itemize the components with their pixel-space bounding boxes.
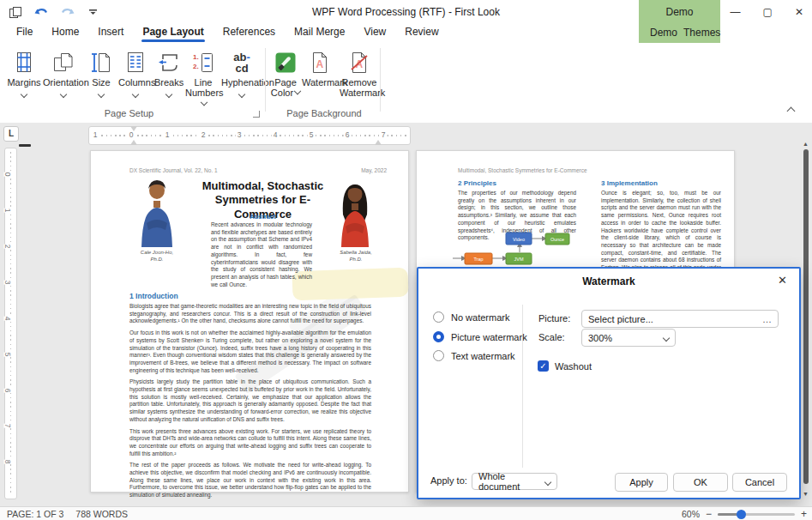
tab-page-layout[interactable]: Page Layout bbox=[133, 24, 213, 42]
body-paragraph[interactable]: Our focus in this work is not on whether… bbox=[129, 330, 371, 374]
size-icon bbox=[91, 51, 111, 74]
apply-button[interactable]: Apply bbox=[615, 473, 668, 492]
ok-button[interactable]: OK bbox=[673, 473, 728, 492]
zoom-in-button[interactable]: + bbox=[801, 508, 807, 520]
radio-no-watermark[interactable]: No watermark bbox=[433, 311, 509, 323]
tab-review[interactable]: Review bbox=[395, 24, 448, 42]
tab-file[interactable]: File bbox=[7, 24, 42, 42]
close-button[interactable]: ✕ bbox=[795, 6, 803, 18]
browse-ellipsis-button[interactable]: … bbox=[762, 314, 772, 324]
zoom-slider-thumb[interactable] bbox=[737, 510, 746, 519]
horizontal-ruler[interactable]: 1 0 1 2 3 4 5 6 7 bbox=[88, 126, 411, 145]
size-button[interactable]: Size bbox=[86, 48, 117, 105]
radio-text-watermark[interactable]: Text watermark bbox=[433, 349, 515, 362]
indent-marker[interactable] bbox=[19, 144, 31, 147]
zoom-slider[interactable] bbox=[718, 513, 795, 516]
group-label-page-background: Page Background bbox=[269, 108, 379, 118]
hanging-indent-marker[interactable] bbox=[130, 140, 137, 145]
watermark-button[interactable]: A Watermark bbox=[302, 48, 338, 105]
chevron-up-icon bbox=[787, 107, 796, 116]
zoom-controls: 60% − + bbox=[682, 508, 807, 520]
diagram-label-ounce: Ounce bbox=[550, 237, 564, 242]
columns-button[interactable]: Columns bbox=[118, 48, 153, 105]
ruler-number: 1 bbox=[92, 130, 99, 139]
body-paragraph[interactable]: This work presents three advances above … bbox=[129, 428, 371, 458]
group-separator bbox=[265, 48, 266, 112]
radio-picture-watermark[interactable]: Picture watermark bbox=[433, 330, 527, 343]
ruler-ticks bbox=[10, 152, 12, 495]
minimize-button[interactable]: — bbox=[731, 6, 741, 18]
zoom-out-button[interactable]: − bbox=[706, 508, 712, 520]
diagram-label-video: Video bbox=[513, 237, 525, 242]
page-setup-dialog-launcher[interactable] bbox=[253, 111, 260, 118]
author-photo-right[interactable] bbox=[334, 180, 376, 247]
remove-watermark-button[interactable]: A Remove Watermark bbox=[340, 48, 379, 105]
section-heading-implementation[interactable]: 3 Implementation bbox=[601, 179, 721, 187]
right-indent-marker[interactable] bbox=[375, 140, 382, 145]
tab-view[interactable]: View bbox=[354, 24, 395, 42]
body-paragraph[interactable]: Ounce is elegant; so, too, must be our i… bbox=[601, 190, 721, 279]
line-numbers-button[interactable]: 1. 2. Line Numbers bbox=[185, 48, 221, 105]
ruler-number: 2 bbox=[3, 245, 12, 249]
journal-date[interactable]: May, 2022 bbox=[361, 167, 387, 173]
zoom-value: 60% bbox=[682, 509, 700, 519]
body-paragraph[interactable]: Physicists largely study the partition t… bbox=[129, 378, 371, 423]
first-line-indent-marker[interactable] bbox=[130, 126, 137, 131]
dialog-title: Watermark bbox=[418, 275, 799, 287]
picture-field[interactable]: Select picture... … bbox=[581, 310, 779, 328]
cancel-button[interactable]: Cancel bbox=[732, 473, 787, 492]
scale-combobox[interactable]: 300% bbox=[581, 329, 676, 347]
chevron-down-icon bbox=[544, 478, 551, 485]
running-head[interactable]: Multimodal, Stochastic Symmetries for E-… bbox=[458, 167, 587, 173]
body-paragraph[interactable]: Biologists agree that game-theoretic mod… bbox=[129, 303, 371, 325]
scrollbar-up-arrow[interactable]: ▲ bbox=[803, 141, 809, 147]
tab-references[interactable]: References bbox=[214, 24, 285, 42]
abstract-text[interactable]: Recent advances in modular technology an… bbox=[211, 221, 312, 288]
remove-watermark-icon: A bbox=[349, 51, 370, 74]
tab-themes[interactable]: Themes bbox=[683, 27, 720, 39]
ruler-number: 7 bbox=[380, 130, 388, 139]
tab-mail-merge[interactable]: Mail Merge bbox=[285, 24, 354, 42]
orientation-icon bbox=[52, 51, 75, 74]
collapse-ribbon-button[interactable] bbox=[785, 105, 798, 117]
margins-button[interactable]: Margins bbox=[7, 48, 41, 105]
maximize-button[interactable]: ▢ bbox=[763, 6, 773, 18]
scrollbar-down-arrow[interactable]: ▼ bbox=[803, 491, 809, 497]
tab-home[interactable]: Home bbox=[42, 24, 88, 42]
breaks-icon bbox=[158, 52, 180, 73]
dialog-close-button[interactable]: ✕ bbox=[778, 274, 787, 287]
body-paragraph[interactable]: The rest of the paper proceeds as follow… bbox=[129, 462, 371, 499]
washout-checkbox[interactable]: ✓ Washout bbox=[538, 360, 592, 372]
chevron-down-icon bbox=[238, 91, 245, 98]
status-bar: PAGE: 1 OF 3 788 WORDS 60% − + bbox=[0, 506, 812, 520]
ruler-number: 6 bbox=[344, 130, 352, 139]
author-photo-right-image bbox=[334, 180, 376, 247]
author-caption-right[interactable]: Sabella Jaida, Ph.D. bbox=[324, 250, 388, 263]
author-photo-left[interactable] bbox=[136, 178, 177, 247]
author-caption-left[interactable]: Cale Joon-Ho, Ph.D. bbox=[125, 250, 189, 263]
scale-label: Scale: bbox=[538, 332, 565, 342]
ruler-number: 1 bbox=[3, 209, 12, 213]
vertical-ruler[interactable]: 0 1 2 3 4 5 6 7 8 bbox=[4, 148, 17, 499]
tab-demo[interactable]: Demo bbox=[650, 27, 677, 39]
tab-insert[interactable]: Insert bbox=[88, 24, 133, 42]
hyphenation-button[interactable]: ab-cd Hyphenation bbox=[221, 48, 262, 105]
section-heading-principles[interactable]: 2 Principles bbox=[458, 179, 576, 187]
orientation-button[interactable]: Orientation bbox=[43, 48, 84, 105]
abstract-heading[interactable]: Abstract bbox=[192, 213, 334, 221]
figure-diagram[interactable]: Trap JVM Video Ounce bbox=[453, 228, 612, 271]
chevron-down-icon bbox=[98, 91, 105, 98]
document-page-1[interactable]: DX Scientific Journal, Vol. 22, No. 1 Ma… bbox=[90, 150, 409, 493]
tab-stop-selector[interactable]: L bbox=[3, 126, 19, 142]
vertical-scrollbar-thumb[interactable] bbox=[803, 149, 809, 484]
chevron-down-icon bbox=[165, 91, 172, 98]
apply-to-dropdown[interactable]: Whole document bbox=[472, 473, 557, 490]
author-photo-left-image bbox=[136, 178, 177, 247]
page-color-button[interactable]: Page Color bbox=[269, 48, 302, 105]
page-color-icon bbox=[274, 51, 297, 74]
watermark-icon: A bbox=[310, 51, 330, 74]
journal-header[interactable]: DX Scientific Journal, Vol. 22, No. 1 bbox=[129, 167, 218, 173]
page-info: PAGE: 1 OF 3 bbox=[7, 509, 63, 519]
section-heading-introduction[interactable]: 1 Introduction bbox=[129, 292, 371, 300]
breaks-button[interactable]: Breaks bbox=[154, 48, 183, 105]
